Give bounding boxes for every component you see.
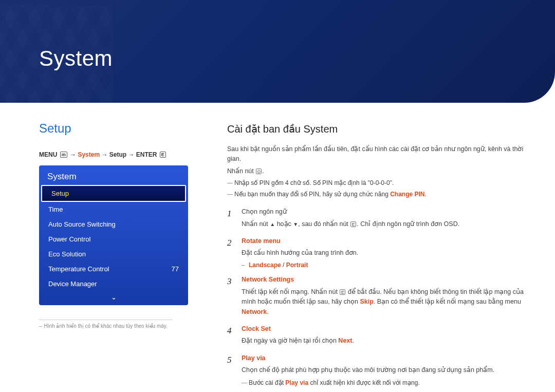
- step-4: 4 Clock Set Đặt ngày và giờ hiện tại rồi…: [227, 324, 529, 348]
- step-2-title: Rotate menu: [242, 236, 529, 246]
- intro-2: Nhấn nút ⊙.: [227, 166, 529, 176]
- step-5-note: Bước cài đặt Play via chỉ xuất hiện khi …: [242, 378, 529, 388]
- enter-icon: E: [160, 152, 166, 158]
- step-3: 3 Network Settings Thiết lập kết nối mạn…: [227, 275, 529, 319]
- page-title: System: [39, 46, 113, 71]
- main-heading: Cài đặt ban đầu System: [227, 121, 529, 137]
- system-menu: System Setup Time Auto Source Switching …: [39, 165, 188, 305]
- step-number: 4: [227, 324, 242, 348]
- intro-1: Sau khi bật nguồn sản phẩm lần đầu tiên,…: [227, 144, 529, 164]
- step-4-line: Đặt ngày và giờ hiện tại rồi chọn Next.: [242, 336, 529, 346]
- menu-scroll-down[interactable]: ⌄: [39, 291, 188, 305]
- menu-icon: m: [60, 152, 67, 158]
- menu-item-label: Setup: [51, 190, 69, 197]
- step-3-title: Network Settings: [242, 275, 529, 285]
- circle-button-icon: ⊙: [256, 169, 262, 174]
- steps-list: 1 Chọn ngôn ngữ Nhấn nút ▲ hoặc ▼, sau đ…: [227, 207, 529, 392]
- menu-heading: System: [39, 167, 188, 185]
- step-number: 1: [227, 207, 242, 231]
- step-body: Rotate menu Đặt cấu hình hướng của trang…: [242, 236, 529, 270]
- change-pin-label: Change PIN: [390, 191, 424, 198]
- breadcrumb-menu: MENU: [39, 151, 57, 158]
- content: Setup MENU m → System → Setup → ENTER E …: [0, 103, 555, 392]
- step-4-title: Clock Set: [242, 324, 529, 334]
- step-number: 2: [227, 236, 242, 270]
- step-5-line: Chọn chế độ phát phù hợp phụ thuộc vào m…: [242, 365, 529, 375]
- step-number: 3: [227, 275, 242, 319]
- menu-item-device-manager[interactable]: Device Manager: [39, 276, 188, 291]
- menu-item-label: Eco Solution: [48, 250, 86, 258]
- menu-item-label: Auto Source Switching: [48, 220, 116, 228]
- menu-item-time[interactable]: Time: [39, 202, 188, 217]
- enter-icon: E: [340, 289, 345, 295]
- left-column: Setup MENU m → System → Setup → ENTER E …: [39, 121, 188, 392]
- step-body: Clock Set Đặt ngày và giờ hiện tại rồi c…: [242, 324, 529, 348]
- step-2: 2 Rotate menu Đặt cấu hình hướng của tra…: [227, 236, 529, 270]
- breadcrumb-arrow-2: →: [101, 151, 107, 158]
- chevron-down-icon: ⌄: [111, 293, 117, 301]
- down-arrow-icon: ▼: [293, 221, 298, 227]
- menu-item-label: Device Manager: [48, 280, 97, 288]
- step-body: Chọn ngôn ngữ Nhấn nút ▲ hoặc ▼, sau đó …: [242, 207, 529, 231]
- footnote: –Hình ảnh hiển thị có thể khác nhau tùy …: [39, 320, 173, 329]
- menu-item-label: Power Control: [48, 235, 90, 243]
- menu-item-temperature-control[interactable]: Temperature Control 77: [39, 262, 188, 276]
- step-3-line: Thiết lập kết nối mạng. Nhấn nút E để bắ…: [242, 287, 529, 317]
- banner: System: [0, 0, 555, 103]
- up-arrow-icon: ▲: [270, 221, 275, 227]
- menu-item-auto-source[interactable]: Auto Source Switching: [39, 217, 188, 232]
- menu-item-label: Time: [48, 206, 63, 213]
- step-1-line-1: Chọn ngôn ngữ: [242, 207, 529, 217]
- breadcrumb-arrow-3: →: [128, 151, 134, 158]
- breadcrumb: MENU m → System → Setup → ENTER E: [39, 151, 188, 158]
- section-title: Setup: [39, 121, 188, 136]
- breadcrumb-system: System: [78, 151, 100, 158]
- step-body: Play via Chọn chế độ phát phù hợp phụ th…: [242, 353, 529, 389]
- step-5: 5 Play via Chọn chế độ phát phù hợp phụ …: [227, 353, 529, 389]
- step-2-line: Đặt cấu hình hướng của trang trình đơn.: [242, 248, 529, 258]
- menu-item-eco-solution[interactable]: Eco Solution: [39, 247, 188, 262]
- breadcrumb-setup: Setup: [109, 151, 126, 158]
- step-1-line-2: Nhấn nút ▲ hoặc ▼, sau đó nhấn nút E. Ch…: [242, 219, 529, 229]
- footnote-text: Hình ảnh hiển thị có thể khác nhau tùy t…: [44, 323, 168, 329]
- step-body: Network Settings Thiết lập kết nối mạng.…: [242, 275, 529, 319]
- menu-item-setup[interactable]: Setup: [41, 185, 186, 202]
- pin-note-1: Nhập số PIN gồm 4 chữ số. Số PIN mặc địn…: [227, 178, 529, 188]
- step-number: 5: [227, 353, 242, 389]
- step-2-sub: Landscape / Portrait: [242, 260, 529, 270]
- right-column: Cài đặt ban đầu System Sau khi bật nguồn…: [188, 121, 529, 392]
- pin-note-2: Nếu bạn muốn thay đổi số PIN, hãy sử dụn…: [227, 190, 529, 199]
- breadcrumb-enter: ENTER: [136, 151, 157, 158]
- breadcrumb-arrow-1: →: [70, 151, 76, 158]
- menu-item-power-control[interactable]: Power Control: [39, 232, 188, 247]
- menu-item-label: Temperature Control: [48, 265, 109, 273]
- step-5-title: Play via: [242, 353, 529, 363]
- enter-icon: E: [350, 221, 356, 227]
- menu-item-value: 77: [172, 265, 179, 273]
- step-1: 1 Chọn ngôn ngữ Nhấn nút ▲ hoặc ▼, sau đ…: [227, 207, 529, 231]
